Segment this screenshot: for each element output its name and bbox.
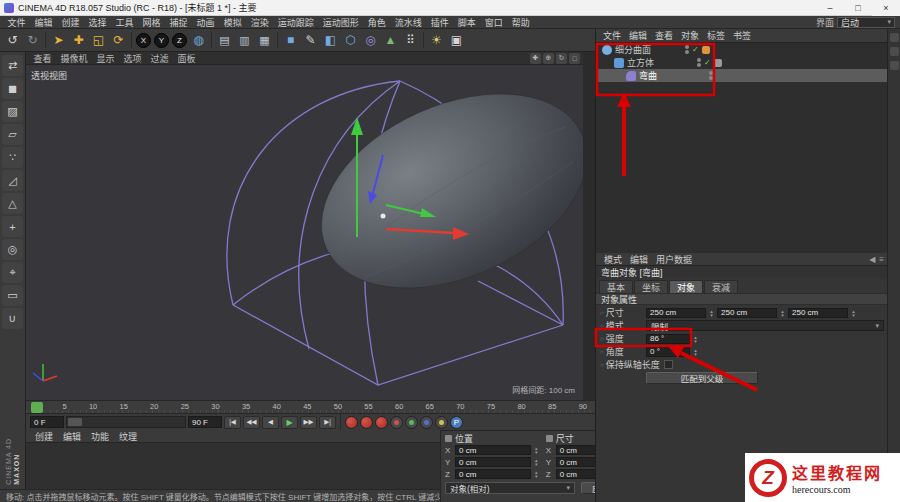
interface-dropdown[interactable]: 启动 — [837, 17, 895, 28]
material-menu-function[interactable]: 功能 — [86, 430, 114, 443]
z-axis-lock-icon[interactable]: Z — [172, 33, 187, 48]
coordinate-mode-dropdown[interactable]: 对象(相对) — [445, 482, 575, 494]
light-icon[interactable]: ☀ — [427, 31, 446, 50]
position-z-field[interactable]: 0 cm — [455, 469, 531, 479]
spinner-icon[interactable] — [779, 308, 786, 318]
play-icon[interactable]: ▶ — [281, 416, 298, 429]
bent-cube-object[interactable] — [291, 65, 583, 327]
playback-rate-button[interactable]: P — [450, 416, 463, 429]
om-menu-tags[interactable]: 标签 — [703, 29, 729, 42]
history-back-icon[interactable]: ◀ — [869, 255, 875, 264]
bend-mode-dropdown[interactable]: 限制 — [646, 320, 884, 331]
om-menu-file[interactable]: 文件 — [599, 29, 625, 42]
previous-frame-icon[interactable]: ◀ — [262, 416, 279, 429]
timeline-ruler[interactable]: 0 5 10 15 20 25 30 35 40 45 50 55 60 65 … — [26, 400, 595, 413]
menu-plugins[interactable]: 插件 — [426, 16, 453, 29]
viewport-menu-panel[interactable]: 面板 — [173, 52, 200, 65]
live-selection-icon[interactable]: ➤ — [49, 31, 68, 50]
material-menu-texture[interactable]: 纹理 — [114, 430, 142, 443]
menu-edit[interactable]: 编辑 — [30, 16, 57, 29]
spinner-icon[interactable] — [850, 308, 857, 318]
material-manager[interactable]: 创建 编辑 功能 纹理 — [26, 430, 440, 489]
make-editable-icon[interactable]: ⇄ — [2, 55, 23, 76]
render-settings-icon[interactable]: ▦ — [255, 31, 274, 50]
magnet-icon[interactable]: ∪ — [2, 308, 23, 329]
polygons-mode-icon[interactable]: △ — [2, 193, 23, 214]
object-manager[interactable]: 文件 编辑 查看 对象 标签 书签 细分曲面 ✓ 立方体 ✓ — [596, 29, 888, 253]
record-keyframes-button[interactable] — [345, 416, 358, 429]
position-y-field[interactable]: 0 cm — [455, 457, 531, 467]
visibility-dots-icon[interactable] — [685, 45, 689, 54]
mograph-icon[interactable]: ⠿ — [401, 31, 420, 50]
panel-tab-icon[interactable] — [890, 47, 899, 56]
menu-animate[interactable]: 动画 — [192, 16, 219, 29]
om-menu-bookmarks[interactable]: 书签 — [729, 29, 755, 42]
snap-icon[interactable]: ⌖ — [2, 262, 23, 283]
enabled-check-icon[interactable]: ✓ — [704, 58, 711, 67]
redo-icon[interactable]: ↻ — [23, 31, 42, 50]
maximize-button[interactable]: □ — [844, 0, 872, 16]
menu-window[interactable]: 窗口 — [480, 16, 507, 29]
lock-icon[interactable]: ≡ — [879, 255, 884, 264]
spinner-icon[interactable] — [533, 457, 540, 467]
texture-mode-icon[interactable]: ▨ — [2, 101, 23, 122]
points-mode-icon[interactable]: ∵ — [2, 147, 23, 168]
keep-length-checkbox[interactable] — [664, 360, 673, 369]
perspective-viewport[interactable]: 查看 摄像机 显示 选项 过滤 面板 ✚ ⊕ ↻ □ — [26, 52, 583, 400]
current-frame-field[interactable]: 0 F — [30, 416, 64, 428]
spinner-icon[interactable] — [708, 308, 715, 318]
environment-icon[interactable]: ▲ — [381, 31, 400, 50]
spline-pen-icon[interactable]: ✎ — [301, 31, 320, 50]
material-menu-create[interactable]: 创建 — [30, 430, 58, 443]
viewport-menu-view[interactable]: 查看 — [29, 52, 56, 65]
size-x-field[interactable]: 250 cm — [646, 308, 706, 318]
viewport-menu-filter[interactable]: 过滤 — [146, 52, 173, 65]
view-zoom-icon[interactable]: ⊕ — [543, 53, 554, 64]
record-rotation-button[interactable] — [420, 416, 433, 429]
tab-object[interactable]: 对象 — [669, 280, 703, 293]
timeline-playhead[interactable] — [31, 402, 43, 413]
previous-key-icon[interactable]: ◀◀ — [243, 416, 260, 429]
close-button[interactable]: × — [872, 0, 900, 16]
attr-menu-mode[interactable]: 模式 — [600, 253, 626, 266]
edges-mode-icon[interactable]: ◿ — [2, 170, 23, 191]
menu-character[interactable]: 角色 — [363, 16, 390, 29]
go-to-end-icon[interactable]: ▶| — [319, 416, 336, 429]
record-scale-button[interactable] — [405, 416, 418, 429]
record-parameter-button[interactable] — [435, 416, 448, 429]
render-view-icon[interactable]: ▤ — [215, 31, 234, 50]
menu-pipeline[interactable]: 流水线 — [390, 16, 426, 29]
minimize-button[interactable]: – — [816, 0, 844, 16]
primitive-cube-icon[interactable]: ■ — [281, 31, 300, 50]
tab-basic[interactable]: 基本 — [599, 280, 633, 293]
workplane-mode-icon[interactable]: ▱ — [2, 124, 23, 145]
scale-tool-icon[interactable]: ◱ — [89, 31, 108, 50]
menu-create[interactable]: 创建 — [57, 16, 84, 29]
spinner-icon[interactable] — [533, 469, 540, 479]
workplane-lock-icon[interactable]: ▭ — [2, 285, 23, 306]
menu-mesh[interactable]: 网格 — [138, 16, 165, 29]
view-pan-icon[interactable]: ✚ — [530, 53, 541, 64]
visibility-dots-icon[interactable] — [709, 71, 713, 80]
menu-help[interactable]: 帮助 — [507, 16, 534, 29]
menu-simulate[interactable]: 模拟 — [219, 16, 246, 29]
om-menu-view[interactable]: 查看 — [651, 29, 677, 42]
x-axis-lock-icon[interactable]: X — [136, 33, 151, 48]
keyframe-selection-button[interactable] — [375, 416, 388, 429]
spinner-icon[interactable] — [692, 347, 699, 357]
phong-tag-icon[interactable] — [714, 59, 722, 67]
angle-field[interactable]: 0 ° — [646, 347, 690, 357]
size-y-field[interactable]: 250 cm — [717, 308, 777, 318]
visibility-dots-icon[interactable] — [697, 58, 701, 67]
menu-mograph[interactable]: 运动图形 — [318, 16, 363, 29]
deformer-icon[interactable]: ◎ — [361, 31, 380, 50]
object-row-bend[interactable]: 弯曲 — [596, 69, 888, 82]
end-frame-field[interactable]: 90 F — [188, 416, 222, 428]
menu-tools[interactable]: 工具 — [111, 16, 138, 29]
phong-tag-icon[interactable] — [702, 46, 710, 54]
generator-icon[interactable]: ⬡ — [341, 31, 360, 50]
material-menu-edit[interactable]: 编辑 — [58, 430, 86, 443]
menu-render[interactable]: 渲染 — [246, 16, 273, 29]
menu-snap[interactable]: 捕捉 — [165, 16, 192, 29]
attr-menu-edit[interactable]: 编辑 — [626, 253, 652, 266]
